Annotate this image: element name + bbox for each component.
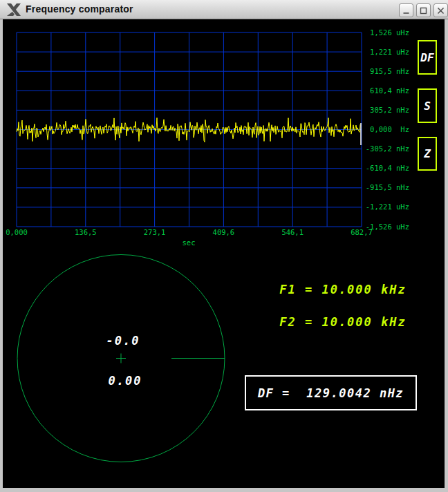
df-readout: DF = 129.0042 nHz <box>258 386 404 400</box>
dial-value-bottom: 0.00 <box>109 374 142 388</box>
df-mode-button[interactable]: DF <box>418 40 437 75</box>
x-tick-label: 409,6 <box>213 229 235 236</box>
y-tick-label: 610,4 nHz <box>365 87 409 95</box>
dial-value-top: -0.0 <box>106 334 140 348</box>
x11-logo-icon <box>6 3 21 17</box>
y-tick-label: -915,5 nHz <box>365 184 409 191</box>
minimize-button[interactable] <box>399 3 413 17</box>
y-tick-label: 305,2 nHz <box>365 106 409 114</box>
x-tick-label: 273,1 <box>144 229 166 236</box>
crosshair-icon <box>116 354 126 363</box>
s-mode-button[interactable]: S <box>418 88 437 123</box>
y-tick-label: 1,526 uHz <box>365 29 409 37</box>
x-axis-title: sec <box>183 238 196 247</box>
maximize-button[interactable] <box>416 3 431 17</box>
y-tick-label: 915,5 nHz <box>365 68 409 75</box>
z-mode-button[interactable]: Z <box>418 137 437 171</box>
f1-readout: F1 = 10.000 kHz <box>279 283 407 296</box>
f2-readout: F2 = 10.000 kHz <box>279 315 407 329</box>
x-tick-label: 682,7 <box>351 229 373 236</box>
close-button[interactable] <box>433 3 448 17</box>
window-title: Frequency comparator <box>26 3 133 15</box>
y-tick-label: -1,221 uHz <box>365 203 409 211</box>
y-tick-label: 1,221 uHz <box>365 48 409 56</box>
y-tick-label: 0,000 Hz <box>365 126 409 133</box>
y-tick-label: -305,2 nHz <box>365 145 409 153</box>
x-tick-label: 546,1 <box>281 229 304 236</box>
y-tick-label: -610,4 nHz <box>365 164 409 172</box>
minimize-icon <box>402 7 410 15</box>
df-readout-box: DF = 129.0042 nHz <box>245 375 417 410</box>
app-window: Frequency comparator <box>0 0 448 492</box>
close-icon <box>437 7 445 15</box>
maximize-icon <box>420 7 427 15</box>
x-tick-label: 0,000 <box>6 229 28 236</box>
content-area: 1,526 uHz1,221 uHz915,5 nHz610,4 nHz305,… <box>3 19 445 488</box>
x-tick-label: 136,5 <box>75 229 97 236</box>
titlebar[interactable]: Frequency comparator <box>0 0 448 19</box>
